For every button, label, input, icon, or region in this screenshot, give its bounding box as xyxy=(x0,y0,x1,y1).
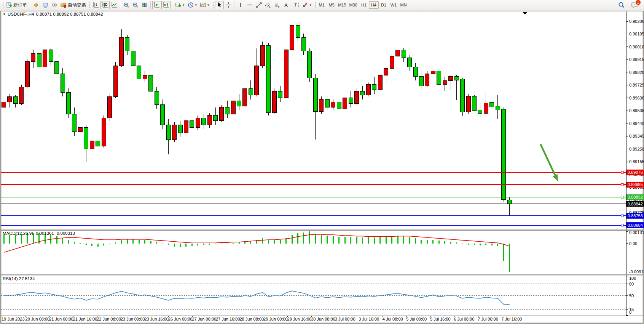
macd-hist-bar xyxy=(209,244,210,245)
signals-button[interactable] xyxy=(50,1,59,9)
add-indicator-button[interactable]: ▾ xyxy=(174,1,186,9)
macd-hist-bar xyxy=(162,244,163,244)
candle xyxy=(249,88,253,95)
hline-handle[interactable] xyxy=(621,215,623,217)
tile-windows-icon xyxy=(142,2,148,8)
search-button[interactable] xyxy=(617,1,626,9)
candle xyxy=(313,78,317,111)
timeframe-mn-button[interactable]: MN xyxy=(399,1,408,9)
timeframe-h4-button[interactable]: H4 xyxy=(369,1,379,9)
candle xyxy=(214,115,218,121)
dropdown-caret[interactable]: ▾ xyxy=(310,3,312,7)
macd-hist-bar xyxy=(333,236,334,243)
timeframe-m5-button[interactable]: M5 xyxy=(327,1,336,9)
macd-hist-bar xyxy=(74,242,75,244)
hline-handle[interactable] xyxy=(621,183,623,186)
candle xyxy=(219,107,223,121)
chart-shift-button[interactable] xyxy=(161,1,171,9)
fibonacci-tool-button[interactable]: F xyxy=(273,1,282,9)
candlestick-chart-button[interactable] xyxy=(100,1,110,9)
cursor-tool-button[interactable] xyxy=(215,1,224,9)
toolbar-grip[interactable] xyxy=(2,2,3,8)
dropdown-caret[interactable]: ▾ xyxy=(195,3,197,7)
toolbar-separator xyxy=(150,1,151,9)
toolbar-grip[interactable] xyxy=(314,2,316,8)
time-tick-label: 29 Jun 16:00 xyxy=(287,317,312,321)
window-menu-icon[interactable]: ▼ xyxy=(3,13,6,16)
candle xyxy=(96,141,100,146)
macd-hist-bar xyxy=(256,240,257,244)
market-watch-button[interactable] xyxy=(32,1,41,9)
candle xyxy=(184,121,188,133)
crosshair-tool-button[interactable] xyxy=(224,1,233,9)
macd-hist-bar xyxy=(456,242,457,243)
candle xyxy=(466,96,470,112)
hline-handle[interactable] xyxy=(621,224,623,226)
time-tick-label: 3 Jul 00:00 xyxy=(335,317,355,321)
timeframe-m1-button[interactable]: M1 xyxy=(317,1,327,9)
tile-windows-button[interactable] xyxy=(140,1,149,9)
timeframe-m15-button[interactable]: M15 xyxy=(336,1,348,9)
toolbar-grip[interactable] xyxy=(212,2,214,8)
bar-chart-button[interactable] xyxy=(91,1,100,9)
candle xyxy=(360,91,365,95)
macd-hist-bar xyxy=(68,240,69,244)
trendline-icon xyxy=(256,2,262,8)
auto-scroll-icon xyxy=(154,2,160,8)
candle xyxy=(49,50,53,62)
macd-hist-bar xyxy=(127,239,128,244)
vertical-line-tool-button[interactable] xyxy=(236,1,245,9)
timeframe-d1-button[interactable]: D1 xyxy=(379,1,389,9)
auto-scroll-button[interactable] xyxy=(152,1,161,9)
toolbar-separator xyxy=(30,1,30,9)
chart-title-bar[interactable]: ▼USDCHF-,H40.88871 0.88892 0.88751 0.888… xyxy=(3,12,103,16)
chart-canvas[interactable]: 0.902000.901050.900100.899150.898200.897… xyxy=(0,0,644,324)
chart-shift-icon xyxy=(163,2,169,8)
macd-hist-bar xyxy=(462,244,463,244)
candle xyxy=(225,107,230,114)
text-label-tool-button[interactable]: T xyxy=(291,1,301,9)
autotrading-button[interactable]: 自动交易 xyxy=(59,1,88,9)
hline-handle[interactable] xyxy=(621,196,623,198)
trendline-tool-button[interactable] xyxy=(254,1,263,9)
notifications-button[interactable]: 1 xyxy=(630,1,640,9)
time-tick-label: 21 Jun 16:00 xyxy=(73,317,97,321)
candle xyxy=(61,74,65,93)
macd-hist-bar xyxy=(174,244,175,247)
zoom-out-button[interactable] xyxy=(131,1,140,9)
text-label-icon: T xyxy=(292,2,299,8)
candle xyxy=(301,37,306,51)
candle xyxy=(196,118,200,128)
new-order-button[interactable]: 新订单 xyxy=(5,1,29,9)
periods-button[interactable]: ▾ xyxy=(186,1,199,9)
horizontal-line-tool-button[interactable] xyxy=(245,1,254,9)
macd-hist-bar xyxy=(503,244,504,261)
macd-hist-bar xyxy=(197,244,198,246)
macd-hist-bar xyxy=(391,236,392,243)
timeframe-m30-button[interactable]: M30 xyxy=(348,1,359,9)
candle xyxy=(19,87,24,103)
equidistant-channel-icon: E xyxy=(265,2,271,8)
equidistant-channel-tool-button[interactable]: E xyxy=(263,1,273,9)
template-button[interactable]: ▾ xyxy=(198,1,211,9)
line-chart-button[interactable] xyxy=(110,1,119,9)
timeframe-w1-button[interactable]: W1 xyxy=(389,1,399,9)
timeframe-label: M5 xyxy=(328,3,334,7)
candle xyxy=(190,121,194,128)
macd-hist-bar xyxy=(309,231,310,243)
toolbar-grip[interactable] xyxy=(89,2,90,8)
notification-count-badge: 1 xyxy=(635,0,641,5)
macd-hist-bar xyxy=(427,240,428,243)
terminal-button[interactable] xyxy=(41,1,50,9)
dropdown-caret[interactable]: ▾ xyxy=(183,3,185,7)
macd-hist-bar xyxy=(438,241,440,243)
macd-hist-bar xyxy=(185,244,187,247)
arrows-tool-button[interactable]: ▾ xyxy=(301,1,313,9)
time-tick-label: 29 Jun 00:00 xyxy=(263,317,288,321)
dropdown-caret[interactable]: ▾ xyxy=(207,3,209,7)
text-tool-button[interactable]: A xyxy=(282,1,291,9)
zoom-in-button[interactable] xyxy=(122,1,131,9)
hline-handle[interactable] xyxy=(621,171,623,173)
candle xyxy=(155,91,159,104)
timeframe-h1-button[interactable]: H1 xyxy=(359,1,369,9)
